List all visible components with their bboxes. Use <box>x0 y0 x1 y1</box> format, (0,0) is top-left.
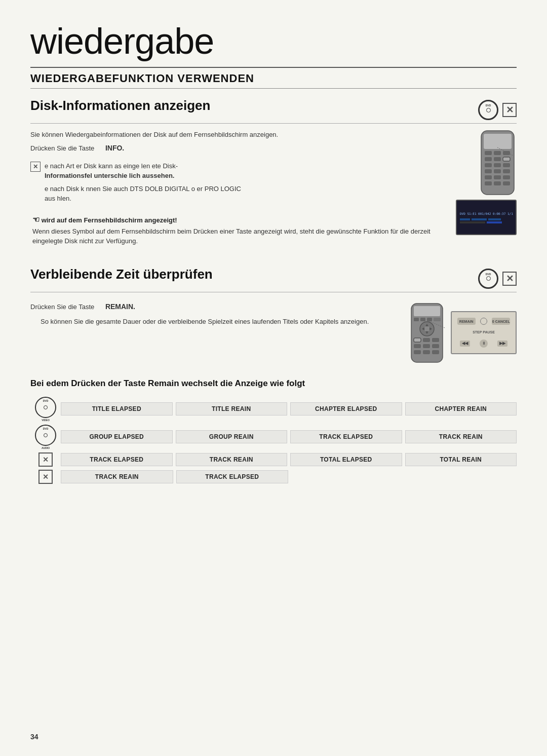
screen-line1: DVD S1:E1 001/042 0:00:37 1/1 <box>460 211 513 216</box>
table-row-2: DVD AUDIO GROUP ELAPSED GROUP REAIN TRAC… <box>30 425 517 449</box>
dvd-audio-sub-label: AUDIO <box>42 446 50 449</box>
remain-title: Verbleibende Zeit überprüfen <box>30 267 213 282</box>
cell-track-reain-4: TRACK REAIN <box>61 470 173 483</box>
remain-rew-btn: ◀◀ <box>460 341 470 347</box>
warning-title: ☜ wird auf dem Fernsehbildschirm angezei… <box>32 215 446 224</box>
svg-rect-37 <box>423 344 430 348</box>
svg-rect-40 <box>423 350 430 354</box>
cell-empty-1 <box>291 470 403 483</box>
remain-pause-btn: ⏸ <box>480 339 488 348</box>
remain-body: So können Sie die gesamte Dauer oder die… <box>30 317 399 327</box>
svg-rect-6 <box>494 157 501 161</box>
x-icon-cell-3: ✕ <box>30 452 61 467</box>
note-row-2: e nach Disk k nnen Sie auch DTS DOLB DIG… <box>30 184 446 204</box>
svg-rect-24 <box>420 318 425 321</box>
svg-rect-33 <box>414 338 421 342</box>
svg-rect-39 <box>414 350 421 354</box>
svg-rect-16 <box>503 175 510 179</box>
dvd-circle-label: DVD <box>486 104 491 107</box>
remain-remote-image <box>409 303 445 363</box>
table-row-3: ✕ TRACK ELAPSED TRACK REAIN TOTAL ELAPSE… <box>30 452 517 467</box>
svg-rect-26 <box>434 318 441 321</box>
note-text-1: e nach Art er Disk kann as einge len ete… <box>45 161 178 181</box>
svg-rect-22 <box>414 306 440 316</box>
remain-content: Drücken Sie die Taste REMAIN. So können … <box>30 298 517 363</box>
remain-text: Drücken Sie die Taste REMAIN. So können … <box>30 298 399 331</box>
dvd-video-icon-cell: DVD VIDEO <box>30 397 61 422</box>
svg-rect-8 <box>485 163 492 167</box>
disk-info-header: Disk-Informationen anzeigen DVD ✕ <box>30 98 517 124</box>
x-icon-3: ✕ <box>38 452 53 467</box>
dvd-audio-label: DVD <box>43 428 49 430</box>
remote-control-image <box>479 130 517 196</box>
warning-block: ☜ wird auf dem Fernsehbildschirm angezei… <box>30 215 446 246</box>
svg-rect-4 <box>503 151 510 155</box>
svg-rect-13 <box>503 169 510 173</box>
svg-point-28 <box>424 326 430 332</box>
svg-rect-7 <box>503 157 510 161</box>
warning-body: Wenn dieses Symbol auf dem Fernsehbildsc… <box>32 226 446 246</box>
disk-info-section: Disk-Informationen anzeigen DVD ✕ Sie kö… <box>30 98 517 251</box>
svg-rect-9 <box>494 163 501 167</box>
cell-empty-2 <box>406 470 517 483</box>
remain-header: Verbleibende Zeit überprüfen DVD ✕ <box>30 267 517 292</box>
svg-rect-19 <box>503 181 510 185</box>
svg-rect-38 <box>432 344 439 348</box>
remain-step-label: STEP PAUSE <box>473 330 495 334</box>
svg-rect-11 <box>485 169 492 173</box>
cell-group-elapsed: GROUP ELAPSED <box>61 430 173 443</box>
table-row-3-cells: TRACK ELAPSED TRACK REAIN TOTAL ELAPSED … <box>61 453 517 466</box>
svg-rect-2 <box>485 151 492 155</box>
svg-rect-5 <box>485 157 492 161</box>
svg-rect-15 <box>494 175 501 179</box>
remain-press: Drücken Sie die Taste REMAIN. <box>30 303 399 311</box>
svg-rect-1 <box>484 134 512 149</box>
dvd-video-sub-label: VIDEO <box>42 419 50 422</box>
table-row-1: DVD VIDEO TITLE ELAPSED TITLE REAIN CHAP… <box>30 397 517 422</box>
disk-info-body1: Sie können Wiedergabeinformationen der D… <box>30 130 446 140</box>
x-icon: ✕ <box>502 103 517 117</box>
svg-rect-10 <box>503 163 510 167</box>
cell-track-elapsed-4: TRACK ELAPSED <box>176 470 289 483</box>
cell-track-reain-3: TRACK REAIN <box>176 453 288 466</box>
cell-title-reain: TITLE REAIN <box>176 402 288 415</box>
page-number: 34 <box>30 733 38 741</box>
table-row-4: ✕ TRACK REAIN TRACK ELAPSED <box>30 470 517 484</box>
table-title: Bei edem Drücken der Taste Remain wechse… <box>30 379 517 389</box>
table-section: Bei edem Drücken der Taste Remain wechse… <box>30 379 517 484</box>
svg-rect-36 <box>414 344 421 348</box>
cell-track-elapsed-2: TRACK ELAPSED <box>290 430 402 443</box>
cell-track-reain-2: TRACK REAIN <box>405 430 517 443</box>
cell-track-elapsed-3: TRACK ELAPSED <box>61 453 173 466</box>
disk-info-press: Drücken Sie die Taste INFO. <box>30 144 446 152</box>
remain-cancel-label: 0 CANCEL <box>492 320 510 323</box>
svg-rect-12 <box>494 169 501 173</box>
disk-info-notes: ✕ e nach Art er Disk kann as einge len e… <box>30 158 446 210</box>
disk-info-images: DVD S1:E1 001/042 0:00:37 1/1 <box>456 130 517 235</box>
svg-rect-17 <box>485 181 492 185</box>
dvd-video-label: DVD <box>43 400 49 402</box>
cell-chapter-elapsed: CHAPTER ELAPSED <box>290 402 402 415</box>
svg-rect-34 <box>423 338 430 342</box>
note-text-2: e nach Disk k nnen Sie auch DTS DOLB DIG… <box>45 184 241 204</box>
note-row-1: ✕ e nach Art er Disk kann as einge len e… <box>30 161 446 181</box>
cell-chapter-reain: CHAPTER REAIN <box>405 402 517 415</box>
remain-dvd-label: DVD <box>486 273 491 276</box>
remain-x-icon: ✕ <box>502 272 517 286</box>
disk-info-icons: DVD ✕ <box>478 100 517 120</box>
table-row-4-cells: TRACK REAIN TRACK ELAPSED <box>61 470 517 483</box>
screen-display: DVD S1:E1 001/042 0:00:37 1/1 <box>456 200 517 235</box>
remain-section: Verbleibende Zeit überprüfen DVD ✕ Drück… <box>30 267 517 363</box>
svg-rect-18 <box>494 181 501 185</box>
remain-btn-label: REMAIN <box>459 320 474 323</box>
cell-total-reain: TOTAL REAIN <box>405 453 517 466</box>
svg-rect-41 <box>432 350 439 354</box>
main-title: wiedergabe <box>30 20 517 68</box>
x-icon-cell-4: ✕ <box>30 470 61 484</box>
svg-rect-3 <box>494 151 501 155</box>
svg-rect-23 <box>414 318 419 321</box>
remain-icons: DVD ✕ <box>478 269 517 289</box>
remain-screen-display: REMAIN 0 CANCEL STEP PAUSE ◀◀ ⏸ ▶▶ <box>451 311 517 354</box>
svg-rect-14 <box>485 175 492 179</box>
cell-total-elapsed: TOTAL ELAPSED <box>290 453 402 466</box>
